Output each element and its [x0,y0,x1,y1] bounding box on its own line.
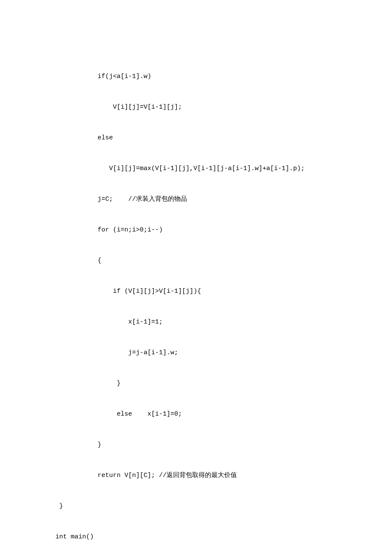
code-line: if(j<a[i-1].w) [55,72,332,82]
code-line: } [55,501,332,512]
code-line: x[i-1]=1; [55,317,332,327]
code-line: } [55,379,332,389]
code-block: if(j<a[i-1].w) V[i][j]=V[i-1][j]; else V… [55,51,332,555]
code-line: V[i][j]=V[i-1][j]; [55,102,332,113]
code-line: int main() [55,532,332,542]
code-line: V[i][j]=max(V[i-1][j],V[i-1][j-a[i-1].w]… [55,164,332,174]
code-line: for (i=n;i>0;i--) [55,225,332,235]
code-line: { [55,256,332,266]
code-line: } [55,440,332,450]
code-line: if (V[i][j]>V[i-1][j]){ [55,286,332,297]
code-line: j=j-a[i-1].w; [55,348,332,358]
code-line: j=C; //求装入背包的物品 [55,194,332,205]
code-line: else x[i-1]=0; [55,409,332,419]
document-page: if(j<a[i-1].w) V[i][j]=V[i-1][j]; else V… [0,0,392,555]
code-line: else [55,133,332,143]
code-line: return V[n][C]; //返回背包取得的最大价值 [55,471,332,481]
